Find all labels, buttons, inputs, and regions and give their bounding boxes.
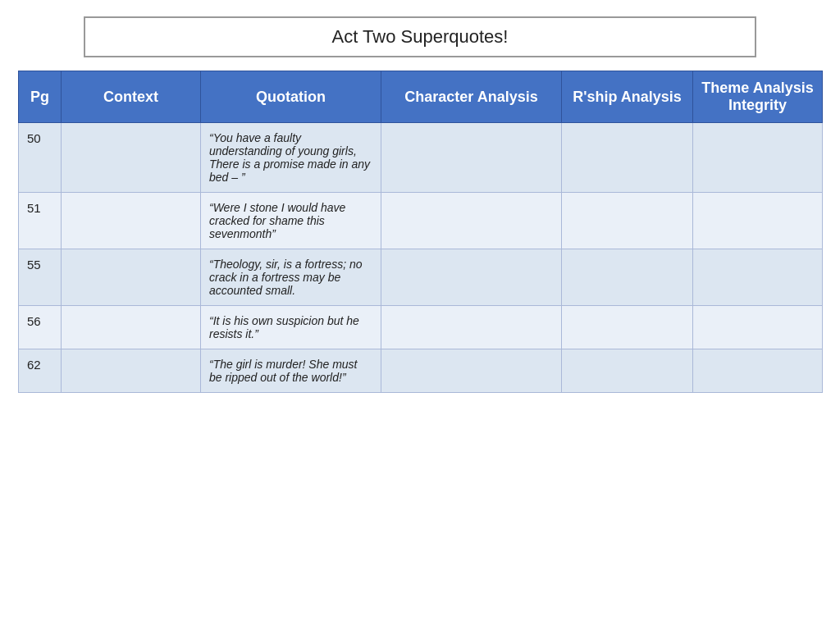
table-header-row: Pg Context Quotation Character Analysis … (19, 71, 823, 123)
character-analysis-cell (381, 193, 562, 249)
character-analysis-cell (381, 123, 562, 193)
rship-analysis-cell (562, 306, 693, 349)
context-cell (62, 349, 201, 393)
col-header-pg: Pg (19, 71, 62, 123)
col-header-context: Context (62, 71, 201, 123)
context-cell (62, 306, 201, 349)
pg-cell: 56 (19, 306, 62, 349)
superquotes-table: Pg Context Quotation Character Analysis … (18, 71, 823, 393)
pg-cell: 50 (19, 123, 62, 193)
character-analysis-cell (381, 349, 562, 393)
theme-analysis-cell (693, 349, 823, 393)
page-title: Act Two Superquotes! (84, 16, 756, 57)
character-analysis-cell (381, 249, 562, 306)
pg-cell: 62 (19, 349, 62, 393)
rship-analysis-cell (562, 193, 693, 249)
rship-analysis-cell (562, 349, 693, 393)
context-cell (62, 193, 201, 249)
table-row: 50“You have a faulty understanding of yo… (19, 123, 823, 193)
theme-analysis-cell (693, 123, 823, 193)
pg-cell: 51 (19, 193, 62, 249)
quotation-cell: “Theology, sir, is a fortress; no crack … (201, 249, 381, 306)
theme-analysis-cell (693, 249, 823, 306)
quotation-cell: “Were I stone I would have cracked for s… (201, 193, 381, 249)
pg-cell: 55 (19, 249, 62, 306)
character-analysis-cell (381, 306, 562, 349)
theme-analysis-cell (693, 193, 823, 249)
context-cell (62, 249, 201, 306)
quotation-cell: “You have a faulty understanding of youn… (201, 123, 381, 193)
main-table-wrapper: Pg Context Quotation Character Analysis … (18, 71, 822, 393)
quotation-cell: “The girl is murder! She must be ripped … (201, 349, 381, 393)
table-row: 51“Were I stone I would have cracked for… (19, 193, 823, 249)
table-row: 55“Theology, sir, is a fortress; no crac… (19, 249, 823, 306)
table-row: 62“The girl is murder! She must be rippe… (19, 349, 823, 393)
col-header-rship-analysis: R'ship Analysis (562, 71, 693, 123)
theme-analysis-cell (693, 306, 823, 349)
col-header-quotation: Quotation (201, 71, 381, 123)
col-header-character-analysis: Character Analysis (381, 71, 562, 123)
col-header-theme-analysis: Theme Analysis Integrity (693, 71, 823, 123)
rship-analysis-cell (562, 249, 693, 306)
context-cell (62, 123, 201, 193)
quotation-cell: “It is his own suspicion but he resists … (201, 306, 381, 349)
table-row: 56“It is his own suspicion but he resist… (19, 306, 823, 349)
rship-analysis-cell (562, 123, 693, 193)
